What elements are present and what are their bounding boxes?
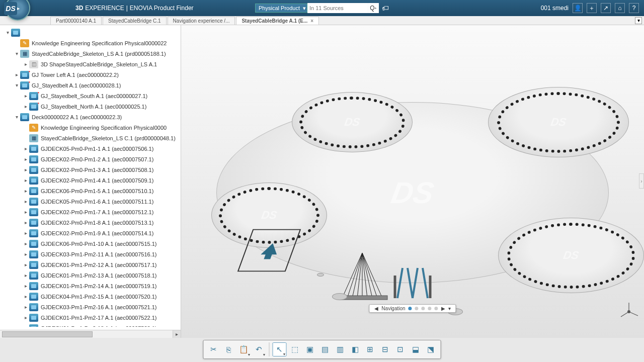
- tree-twisty[interactable]: ▸: [23, 315, 28, 320]
- tree-row[interactable]: ▾ GJ_Stayedbelt A.1 (aec00000028.1): [2, 80, 181, 90]
- scrollbar-thumb[interactable]: [2, 331, 93, 337]
- mini-compass-model[interactable]: [247, 228, 297, 278]
- nav-next-icon[interactable]: ▶: [441, 306, 445, 311]
- tree-twisty[interactable]: ▸: [23, 262, 28, 267]
- view-tool-4[interactable]: ▥: [333, 342, 347, 356]
- tree-twisty[interactable]: ▸: [23, 104, 28, 109]
- share-icon[interactable]: ↗: [601, 3, 611, 13]
- tree-row[interactable]: ▸ GJDECK02-Pm0-Pm1-8 A.1 (aec00007513.1): [2, 217, 181, 228]
- tree-twisty[interactable]: ▸: [23, 209, 28, 215]
- 3d-viewport[interactable]: ◀ Navigation ▶ ▾: [181, 25, 644, 338]
- tree-row[interactable]: ▸ GJDECK02-Pm0-Pm1-4 A.1 (aec00007509.1): [2, 175, 181, 186]
- tree-twisty[interactable]: ▸: [23, 199, 28, 204]
- view-tool-1[interactable]: ⬚: [288, 342, 302, 356]
- tree-row[interactable]: ▸ GJDECK02-Pm0-Pm1-2 A.1 (aec00007507.1): [2, 154, 181, 164]
- search-input[interactable]: [307, 3, 368, 13]
- view-tool-2[interactable]: ▣: [303, 342, 317, 356]
- tabstrip-menu-button[interactable]: ▾: [635, 17, 642, 24]
- tree-row[interactable]: ▾ Deck00000022 A.1 (aec00000022.3): [2, 112, 181, 122]
- tree-row[interactable]: Knowledge Engineering Specification Phys…: [2, 38, 181, 48]
- tree-row[interactable]: ▸ GJDECK05-Pm0-Pm1-6 A.1 (aec00007511.1): [2, 196, 181, 207]
- tree-twisty[interactable]: ▸: [23, 241, 28, 246]
- view-tool-7[interactable]: ⊟: [378, 342, 392, 356]
- view-tool-10[interactable]: ⬔: [424, 342, 438, 356]
- tree-row[interactable]: ▸ GJ Tower Left A.1 (aec00000022.2): [2, 69, 181, 80]
- home-icon[interactable]: ⌂: [615, 3, 625, 13]
- tree-row[interactable]: ▸ GJDECK03-Pm1-Pm2-11 A.1 (aec00007516.1…: [2, 249, 181, 259]
- tree-twisty[interactable]: ▾: [5, 30, 10, 35]
- nav-dot[interactable]: [435, 307, 438, 310]
- profile-icon[interactable]: 👤: [573, 3, 583, 13]
- tree-row[interactable]: ▸ GJDECK01-Pm1-Pm2-13 A.1 (aec00007518.1…: [2, 270, 181, 281]
- tree-row[interactable]: ▸ GJDECK02-Pm0-Pm1-9 A.1 (aec00007514.1): [2, 228, 181, 238]
- tab-1[interactable]: StayedCableBridge C.1: [103, 17, 167, 25]
- search-scope-dropdown[interactable]: Physical Product: [255, 4, 307, 13]
- tree-row[interactable]: ▾ StayedCableBridge_Skeleton_LS A.1 (prd…: [2, 48, 181, 59]
- view-tool-5[interactable]: ◧: [348, 342, 362, 356]
- tag-icon[interactable]: 🏷: [382, 4, 389, 12]
- tree-row[interactable]: ▸ 3D ShapeStayedCableBridge_Skeleton_LS …: [2, 59, 181, 69]
- tree-twisty[interactable]: ▸: [23, 304, 28, 310]
- tree-row[interactable]: ▸ GJDECK01-Pm1-Pm2-17 A.1 (aec00007522.1…: [2, 312, 181, 323]
- tree-twisty[interactable]: ▸: [23, 156, 28, 162]
- view-tool-3[interactable]: ▤: [318, 342, 332, 356]
- tree-row[interactable]: ▸ GJDECK04-Pm1-Pm2-15 A.1 (aec00007520.1…: [2, 291, 181, 302]
- tab-2[interactable]: Navigation experience /...: [168, 17, 235, 25]
- tree-row[interactable]: ▸ GJ_Stayedbelt_South A.1 (aec00000027.1…: [2, 90, 181, 101]
- tab-0[interactable]: Part00000140 A.1: [50, 17, 102, 25]
- tree-twisty[interactable]: ▸: [23, 61, 28, 67]
- help-icon[interactable]: ?: [629, 3, 639, 13]
- tree-twisty[interactable]: ▸: [23, 188, 28, 194]
- tree-row[interactable]: ▸ GJDECK06-Pm0-Pm1-10 A.1 (aec00007515.1…: [2, 238, 181, 249]
- tree-twisty[interactable]: ▸: [23, 220, 28, 225]
- nav-dot[interactable]: [409, 307, 412, 310]
- tree-row[interactable]: ▸ GJDECK01-Pm1-Pm2-12 A.1 (aec00007517.1…: [2, 259, 181, 270]
- view-tool-8[interactable]: ⊡: [393, 342, 408, 356]
- tree-row[interactable]: StayedCableBridge_Skeleton_LS C.1 (prd00…: [2, 133, 181, 143]
- tree-twisty[interactable]: ▾: [14, 51, 19, 56]
- tree-twisty[interactable]: ▸: [23, 230, 28, 236]
- tree-twisty[interactable]: ▸: [23, 294, 28, 299]
- close-icon[interactable]: ×: [310, 18, 313, 24]
- view-tool-9[interactable]: ⬓: [409, 342, 423, 356]
- add-icon[interactable]: ＋: [587, 3, 597, 13]
- tree-row[interactable]: ▸ GJDECK06-Pm0-Pm1-5 A.1 (aec00007510.1): [2, 186, 181, 196]
- view-tool-6[interactable]: ⊞: [363, 342, 377, 356]
- nav-dot[interactable]: [415, 307, 419, 310]
- tree-row[interactable]: ▸ GJDECK01-Pm1-Pm2-18 A.1 (aec00007523.1…: [2, 323, 181, 327]
- tab-3[interactable]: StayedCableBridge A.1 (E...×: [236, 17, 319, 25]
- tree-twisty[interactable]: ▸: [23, 167, 28, 172]
- undo-button[interactable]: ↶▼: [252, 342, 266, 356]
- tree-twisty[interactable]: ▸: [23, 251, 28, 257]
- tree-twisty[interactable]: ▸: [23, 146, 28, 151]
- nav-expand-icon[interactable]: ▾: [448, 306, 451, 311]
- nav-dot[interactable]: [428, 307, 432, 310]
- tree-twisty[interactable]: ▸: [23, 273, 28, 278]
- scroll-right-button[interactable]: ▸: [173, 330, 181, 338]
- tree-row[interactable]: ▾ StayedCableBridge A.1: [2, 27, 181, 38]
- search-button[interactable]: Q+: [368, 3, 379, 13]
- paste-button[interactable]: 📋▼: [237, 342, 251, 356]
- tree-twisty[interactable]: ▸: [23, 177, 28, 183]
- tree-row[interactable]: ▸ GJDECK02-Pm0-Pm1-3 A.1 (aec00007508.1): [2, 164, 181, 175]
- tree-twisty[interactable]: ▸: [23, 283, 28, 289]
- tree-twisty[interactable]: ▸: [23, 325, 28, 327]
- tree-row[interactable]: ▸ GJDECK05-Pm0-Pm1-1 A.1 (aec00007506.1): [2, 143, 181, 154]
- right-edge-handle[interactable]: ›: [639, 173, 644, 189]
- tree-row[interactable]: Knowledge Engineering Specification Phys…: [2, 122, 181, 133]
- tree-row[interactable]: ▸ GJDECK03-Pm1-Pm2-16 A.1 (aec00007521.1…: [2, 302, 181, 312]
- tree-row[interactable]: ▸ GJDECK02-Pm0-Pm1-7 A.1 (aec00007512.1): [2, 207, 181, 217]
- tree-hscrollbar[interactable]: ▸: [0, 330, 181, 338]
- nav-prev-icon[interactable]: ◀: [374, 306, 378, 311]
- tree-row[interactable]: ▸ GJ_Stayedbelt_North A.1 (aec00000025.1…: [2, 101, 181, 112]
- tree-twisty[interactable]: ▸: [14, 72, 19, 77]
- tree-twisty[interactable]: ▸: [23, 93, 28, 99]
- copy-button[interactable]: ⎘: [222, 342, 236, 356]
- mini-bridge-model[interactable]: [342, 248, 433, 310]
- cut-button[interactable]: ✂: [207, 342, 221, 356]
- view-axis-triad[interactable]: [618, 301, 640, 323]
- tree-twisty[interactable]: ▾: [14, 114, 19, 120]
- nav-dot[interactable]: [422, 307, 425, 310]
- tree-row[interactable]: ▸ GJDECK01-Pm1-Pm2-14 A.1 (aec00007519.1…: [2, 281, 181, 291]
- select-tool-button[interactable]: ↖▼: [273, 342, 287, 356]
